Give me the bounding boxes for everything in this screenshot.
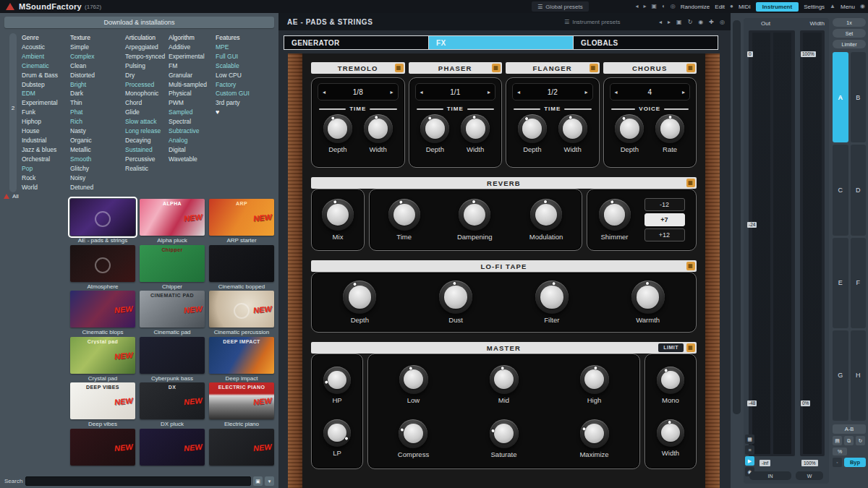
instrument-presets-button[interactable]: ☰ Instrument presets xyxy=(564,19,620,25)
tag-custom-gui[interactable]: Custom GUI xyxy=(216,89,263,98)
tag-long-release[interactable]: Long release xyxy=(125,127,173,136)
add-icon[interactable]: ✚ xyxy=(709,19,714,25)
tag-spectral[interactable]: Spectral xyxy=(169,117,216,127)
knob-dial[interactable] xyxy=(530,199,562,231)
depth-knob[interactable]: Depth xyxy=(518,114,547,153)
knob-dial[interactable] xyxy=(490,365,519,394)
preset-thumbnail[interactable]: NEW xyxy=(70,291,135,328)
knob-dial[interactable] xyxy=(631,281,665,314)
tag-dubstep[interactable]: Dubstep xyxy=(22,80,69,90)
meter-w-button[interactable]: W xyxy=(796,471,823,480)
tag-organic[interactable]: Organic xyxy=(70,136,118,145)
limit-button[interactable]: LIMIT xyxy=(658,343,684,352)
value-display[interactable]: ◂1/8▸ xyxy=(318,83,399,100)
lofi-settings-button[interactable]: ▦ xyxy=(686,262,695,270)
meter-play-icon[interactable]: ▶ xyxy=(745,456,754,466)
knob-dial[interactable] xyxy=(322,199,354,231)
knob-dial[interactable] xyxy=(655,114,684,143)
tag-glitchy[interactable]: Glitchy xyxy=(70,164,118,174)
help-icon[interactable]: ◎ xyxy=(720,19,725,25)
value-display[interactable]: ◂1/1▸ xyxy=(415,83,496,100)
rate-knob[interactable]: Rate xyxy=(655,114,684,153)
preset-thumbnail[interactable] xyxy=(70,199,135,236)
meter-list-icon[interactable]: ≡ xyxy=(745,445,754,455)
width-knob[interactable]: Width xyxy=(657,419,684,457)
prev-value-icon[interactable]: ◂ xyxy=(420,89,423,95)
tag-hiphop[interactable]: Hiphop xyxy=(22,117,69,127)
tag-granular[interactable]: Granular xyxy=(169,71,216,80)
tag-realistic[interactable]: Realistic xyxy=(125,164,173,174)
tag-edm[interactable]: EDM xyxy=(22,89,69,98)
knob-dial[interactable] xyxy=(323,419,351,447)
settings-button[interactable]: Settings xyxy=(804,4,825,10)
next-value-icon[interactable]: ▸ xyxy=(584,89,587,95)
compress-knob[interactable]: Compress xyxy=(398,419,429,458)
preset-thumbnail[interactable] xyxy=(209,245,274,282)
knob-dial[interactable] xyxy=(580,419,609,448)
morph-icon[interactable]: ▤ xyxy=(833,436,842,445)
tab-globals[interactable]: GLOBALS xyxy=(574,36,718,49)
value-display[interactable]: ◂1/2▸ xyxy=(512,83,593,100)
tag-funk[interactable]: Funk xyxy=(22,108,69,117)
width-knob[interactable]: Width xyxy=(364,114,393,153)
preset-item[interactable]: DEEP VIBESNEWDeep vibes xyxy=(70,382,135,427)
knob-dial[interactable] xyxy=(657,367,684,394)
knob-dial[interactable] xyxy=(323,114,352,143)
preset-item[interactable]: NEW xyxy=(209,429,274,467)
pitch-plus12-button[interactable]: +12 xyxy=(644,228,685,241)
tag-thin[interactable]: Thin xyxy=(70,98,118,108)
preset-item[interactable]: DXNEWDX pluck xyxy=(140,382,205,427)
ab-compare-button[interactable]: A-B xyxy=(833,424,866,434)
alert-icon[interactable]: ▲ xyxy=(830,4,835,9)
knob-dial[interactable] xyxy=(657,419,684,447)
tag-physical[interactable]: Physical xyxy=(169,89,216,98)
fx-module-settings-button[interactable]: ▦ xyxy=(492,64,501,72)
preset-item[interactable]: Cyberpunk bass xyxy=(140,337,205,382)
arrow-right-icon[interactable]: ▸ xyxy=(643,4,646,9)
modulation-knob[interactable]: Modulation xyxy=(529,199,563,241)
tag-noisy[interactable]: Noisy xyxy=(70,174,118,183)
tag-rock[interactable]: Rock xyxy=(22,174,69,183)
search-options-icon[interactable]: ▣ xyxy=(253,476,263,486)
knob-dial[interactable] xyxy=(558,114,587,143)
preset-thumbnail[interactable]: NEW xyxy=(209,429,274,466)
tag-ambient[interactable]: Ambient xyxy=(22,52,69,61)
fx-module-settings-button[interactable]: ▦ xyxy=(686,64,695,72)
record-icon[interactable]: ● xyxy=(730,4,733,9)
prev-value-icon[interactable]: ◂ xyxy=(615,89,618,95)
width-knob[interactable]: Width xyxy=(461,114,490,153)
arrow-left-icon[interactable]: ◂ xyxy=(659,19,662,25)
preset-thumbnail[interactable]: DEEP VIBESNEW xyxy=(70,382,135,419)
tag-complex[interactable]: Complex xyxy=(70,52,118,61)
tag-pwm[interactable]: PWM xyxy=(169,98,216,108)
tag-processed[interactable]: Processed xyxy=(125,80,173,90)
tag-industrial[interactable]: Industrial xyxy=(22,136,69,145)
preset-item[interactable]: NEWCinematic percussion xyxy=(209,291,274,335)
tag-factory[interactable]: Factory xyxy=(216,80,263,90)
tag-sampled[interactable]: Sampled xyxy=(169,108,216,117)
preset-item[interactable]: Crystal padNEWCrystal pad xyxy=(70,337,135,382)
limiter-button[interactable]: Limiter xyxy=(833,40,866,48)
depth-knob[interactable]: Depth xyxy=(343,281,376,324)
copy-icon[interactable]: ⧉ xyxy=(844,436,854,445)
panel-icon[interactable]: ▣ xyxy=(651,4,657,9)
knob-dial[interactable] xyxy=(399,419,427,448)
preset-thumbnail[interactable]: Crystal padNEW xyxy=(70,337,135,374)
low-knob[interactable]: Low xyxy=(399,365,428,404)
edit-button[interactable]: Edit xyxy=(715,4,725,10)
preset-item[interactable]: ChipperChipper xyxy=(140,245,205,290)
power-icon[interactable]: ◦ xyxy=(833,458,842,467)
warmth-knob[interactable]: Warmth xyxy=(631,281,665,324)
search-input[interactable] xyxy=(25,476,251,486)
bypass-button[interactable]: Byp xyxy=(844,458,866,467)
next-value-icon[interactable]: ▸ xyxy=(488,89,490,95)
next-value-icon[interactable]: ▸ xyxy=(682,89,685,95)
tag-mpe[interactable]: MPE xyxy=(216,43,263,52)
shimmer-knob[interactable]: Shimmer xyxy=(599,199,631,241)
pitch-plus7-button[interactable]: +7 xyxy=(644,213,685,226)
maximize-knob[interactable]: Maximize xyxy=(579,419,608,458)
arrow-left-icon[interactable]: ◂ xyxy=(635,4,638,9)
menu-button[interactable]: Menu xyxy=(841,4,855,10)
tag-metallic[interactable]: Metallic xyxy=(70,145,118,155)
slot-f[interactable]: F xyxy=(851,238,867,328)
